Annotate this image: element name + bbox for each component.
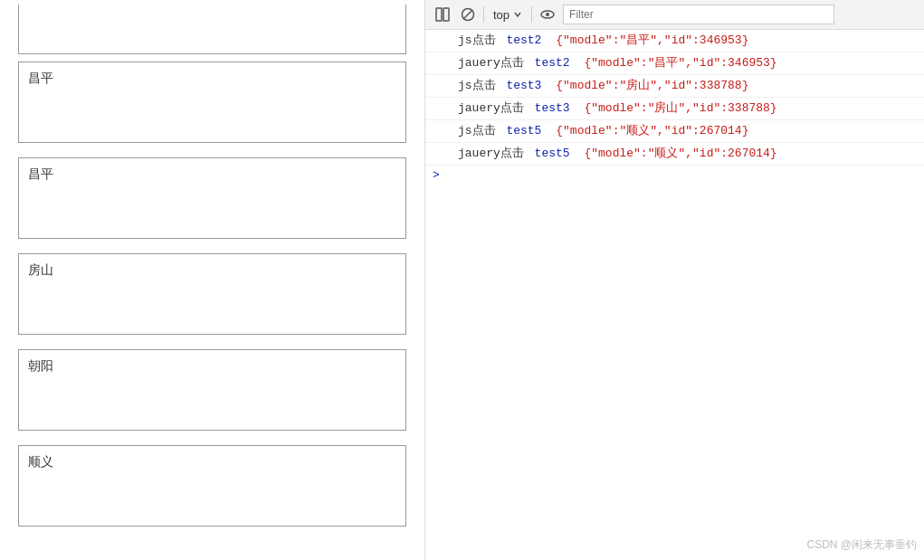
toolbar-divider <box>483 6 484 23</box>
json-text: {"modle":"房山","id":338788} <box>584 100 776 117</box>
func-name: test5 <box>506 123 541 139</box>
console-line-content: jauery点击 test5 {"modle":"顺义","id":267014… <box>458 146 777 162</box>
json-text: {"modle":"顺义","id":267014} <box>584 146 776 162</box>
watermark: CSDN @闲来无事垂钓 <box>806 537 917 553</box>
item-title: 顺义 <box>28 454 53 469</box>
console-line-content: jauery点击 test3 {"modle":"房山","id":338788… <box>458 100 777 117</box>
json-text: {"modle":"昌平","id":346953} <box>556 33 748 49</box>
prompt-symbol: > <box>433 168 440 182</box>
log-level-select[interactable]: top <box>490 6 526 24</box>
json-text: {"modle":"顺义","id":267014} <box>556 123 748 139</box>
item-title: 房山 <box>28 262 53 277</box>
clear-icon[interactable] <box>458 5 478 24</box>
space <box>574 146 581 162</box>
log-level-label: top <box>493 8 510 22</box>
console-line-content: js点击 test5 {"modle":"顺义","id":267014} <box>458 123 748 139</box>
space <box>545 33 552 49</box>
list-wrapper: 昌平 昌平 房山 朝阳 顺义 <box>0 0 424 534</box>
console-line-content: js点击 test2 {"modle":"昌平","id":346953} <box>458 33 748 49</box>
prefix-text: jauery点击 <box>458 100 531 117</box>
devtools-panel: top js点击 test2 {"modle":"昌平","id":346953… <box>425 0 924 560</box>
list-item[interactable]: 昌平 <box>18 62 406 143</box>
console-line: js点击 test5 {"modle":"顺义","id":267014} <box>425 120 924 143</box>
list-item[interactable]: 房山 <box>18 253 406 335</box>
prefix-text: js点击 <box>458 33 502 49</box>
func-name: test5 <box>535 146 570 162</box>
prefix-text: jauery点击 <box>458 146 531 162</box>
filter-input[interactable] <box>563 5 834 24</box>
console-line: jauery点击 test3 {"modle":"房山","id":338788… <box>425 98 924 120</box>
svg-rect-0 <box>436 8 442 21</box>
chevron-down-icon <box>513 10 522 19</box>
func-name: test2 <box>506 33 541 49</box>
func-name: test3 <box>506 78 541 94</box>
item-title: 朝阳 <box>28 358 53 373</box>
eye-icon[interactable] <box>538 5 557 24</box>
space <box>574 100 581 117</box>
console-line: js点击 test2 {"modle":"昌平","id":346953} <box>425 30 924 52</box>
console-line-content: jauery点击 test2 {"modle":"昌平","id":346953… <box>458 55 777 71</box>
left-panel: 昌平 昌平 房山 朝阳 顺义 <box>0 0 425 560</box>
space <box>545 123 552 139</box>
prefix-text: js点击 <box>458 123 502 139</box>
svg-rect-1 <box>443 8 449 21</box>
func-name: test2 <box>535 55 570 71</box>
item-title: 昌平 <box>28 166 53 181</box>
panel-icon[interactable] <box>433 5 452 24</box>
func-name: test3 <box>535 100 570 117</box>
list-item[interactable]: 昌平 <box>18 157 406 239</box>
item-title: 昌平 <box>28 71 53 85</box>
list-item[interactable]: 顺义 <box>18 445 406 527</box>
prefix-text: jauery点击 <box>458 55 531 71</box>
json-text: {"modle":"昌平","id":346953} <box>584 55 776 71</box>
prefix-text: js点击 <box>458 78 502 94</box>
toolbar-divider-2 <box>531 6 532 23</box>
console-prompt[interactable]: > <box>425 166 924 185</box>
console-line: jauery点击 test5 {"modle":"顺义","id":267014… <box>425 143 924 166</box>
svg-point-5 <box>546 13 549 16</box>
json-text: {"modle":"房山","id":338788} <box>556 78 748 94</box>
partial-top-item <box>18 5 406 54</box>
console-line: jauery点击 test2 {"modle":"昌平","id":346953… <box>425 52 924 75</box>
list-item[interactable]: 朝阳 <box>18 349 406 431</box>
console-line: js点击 test3 {"modle":"房山","id":338788} <box>425 75 924 98</box>
svg-line-3 <box>463 10 472 19</box>
space <box>574 55 581 71</box>
space <box>545 78 552 94</box>
console-line-content: js点击 test3 {"modle":"房山","id":338788} <box>458 78 748 94</box>
devtools-toolbar: top <box>425 0 924 30</box>
console-output: js点击 test2 {"modle":"昌平","id":346953} ja… <box>425 30 924 560</box>
